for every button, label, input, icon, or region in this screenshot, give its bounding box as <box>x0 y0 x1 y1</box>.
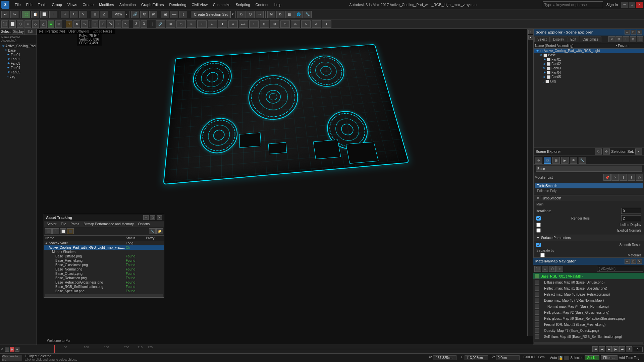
sub-btn7[interactable]: ● <box>48 20 54 28</box>
sub-move-btn[interactable]: ✛ <box>66 20 72 28</box>
menu-views[interactable]: Views <box>65 2 80 7</box>
tree-eye-2[interactable]: 👁 <box>7 53 10 56</box>
se-btn5[interactable]: ⬛ <box>637 36 643 42</box>
left-tree-item-leg[interactable]: ○Leg <box>1 74 36 79</box>
menu-animation[interactable]: Animation <box>117 2 139 7</box>
ts-isoline-checkbox[interactable] <box>536 223 541 227</box>
menu-rendering[interactable]: Rendering <box>167 2 189 7</box>
rotate-button[interactable]: ↻ <box>70 11 78 18</box>
at-menu-bitmap-perf[interactable]: Bitmap Performance and Memory <box>82 222 136 226</box>
modifier-turbosmooth[interactable]: TurboSmooth <box>535 183 643 188</box>
mn-items-body[interactable]: Base_RGB_001 ( VRayMtl )Diffuse map: Map… <box>533 273 644 341</box>
ts-iterations-input[interactable] <box>621 208 641 214</box>
tab-display[interactable]: Display <box>12 29 25 35</box>
se-item-fan02[interactable]: 👁⬜Fan02 <box>534 62 644 66</box>
render-button[interactable]: ▦ <box>285 11 293 18</box>
angle-snap-button[interactable]: ∠ <box>100 11 108 18</box>
sub-angle-btn[interactable]: ∠ <box>99 20 106 28</box>
se-eye-6[interactable]: 👁 <box>543 75 546 79</box>
sub-btn-extra19[interactable]: ✦ <box>322 20 331 28</box>
sub-btn-extra10[interactable]: ⬇ <box>228 20 238 28</box>
next-frame-btn[interactable]: ▶ <box>612 346 619 352</box>
close-button[interactable]: ✕ <box>636 2 643 8</box>
sub-snap-btn[interactable]: ⊞ <box>92 20 98 28</box>
se-tab-select[interactable]: Select <box>534 37 550 42</box>
menu-modifiers[interactable]: Modifiers <box>96 2 117 7</box>
at-minimize-btn[interactable]: ─ <box>143 215 149 220</box>
viewport-mode[interactable]: [Perspective] <box>45 29 65 33</box>
se-btn3[interactable]: ↑ <box>623 36 629 42</box>
mp-mod-btn1[interactable]: 📌 <box>603 174 611 181</box>
mn-btn2[interactable]: ⊞ <box>542 266 548 272</box>
se-eye-0[interactable]: 👁 <box>536 49 539 53</box>
restore-button[interactable]: □ <box>629 2 635 8</box>
se-item-fan05[interactable]: 👁⬜Fan05 <box>534 75 644 79</box>
se-item-fan01[interactable]: 👁⬜Fan01 <box>534 57 644 62</box>
lock-icon[interactable]: 🔒 <box>558 356 563 360</box>
at-btn3[interactable]: ⬜ <box>60 228 66 234</box>
menu-civil-view[interactable]: Civil View <box>189 2 210 7</box>
at-item-4[interactable]: Base_Fresnel.pngFound <box>44 258 164 263</box>
mp-create-btn[interactable]: ✛ <box>535 157 542 164</box>
scene-tree[interactable]: 👁Active_Cooling_Pad👁Base👁Fan01👁Fan02👁Fan… <box>0 43 37 345</box>
mn-item-5[interactable]: Normal map: Map #4 (Base_Normal.png) <box>533 303 644 309</box>
at-restore-btn[interactable]: □ <box>150 215 155 220</box>
select-by-name-button[interactable]: 📋 <box>31 11 39 18</box>
at-item-9[interactable]: Base_RefractionGlossiness.pngFound <box>44 280 164 285</box>
object-name-input[interactable] <box>536 166 642 172</box>
left-tree-item-base[interactable]: 👁Base <box>1 48 36 53</box>
mn-item-2[interactable]: Reflect map: Map #1 (Base_Specular.png) <box>533 285 644 291</box>
rectangle-select-button[interactable]: ⬜ <box>40 11 48 18</box>
sub-btn-extra11[interactable]: ⟷ <box>239 20 248 28</box>
se-eye-5[interactable]: 👁 <box>543 71 546 74</box>
se-btn1[interactable]: ✕ <box>608 36 615 42</box>
sub-btn2[interactable]: ⬜ <box>9 20 16 28</box>
se-btn2[interactable]: ⊟ <box>615 36 622 42</box>
sub-btn-extra16[interactable]: ⊛ <box>291 20 300 28</box>
left-tree-item-fan02[interactable]: 👁Fan02 <box>1 57 36 61</box>
se-item-active-cooling-pad-with-rgb-light[interactable]: 👁⬡Active_Cooling_Pad_with_RGB_Light <box>534 49 644 53</box>
mp-display-btn[interactable]: 👁 <box>570 157 577 164</box>
tree-eye-1[interactable]: 👁 <box>5 49 7 52</box>
sub-btn5[interactable]: ◇ <box>32 20 39 28</box>
se-close-btn[interactable]: ✕ <box>637 30 642 35</box>
tree-eye-7[interactable]: ○ <box>7 75 9 78</box>
mn-item-7[interactable]: Refr. gloss.: Map #9 (Base_RefractionGlo… <box>533 315 644 321</box>
sub-btn-extra9[interactable]: ⬆ <box>218 20 227 28</box>
ts-explicit-checkbox[interactable] <box>536 228 541 233</box>
menu-scripting[interactable]: Scripting <box>233 2 253 7</box>
viewport-plus[interactable]: [+] <box>39 29 43 33</box>
mp-hierarchy-btn[interactable]: ⊞ <box>552 157 560 164</box>
undo-button[interactable]: ↩ <box>1 11 9 18</box>
sub-btn-extra18[interactable]: A <box>312 20 321 28</box>
sub-btn-extra3[interactable]: 🔗 <box>156 20 165 28</box>
mn-minimize-btn[interactable]: ─ <box>625 259 630 264</box>
menu-tools[interactable]: Tools <box>35 2 49 7</box>
menu-customize[interactable]: Customize <box>210 2 233 7</box>
at-item-2[interactable]: Maps / Shaders <box>44 250 164 254</box>
viewport[interactable]: [+] [Perspective] [User Defined] [Edged … <box>37 29 533 345</box>
sub-btn1[interactable]: ⬛ <box>1 20 8 28</box>
go-start-btn[interactable]: ⏮ <box>592 346 598 352</box>
sub-btn-extra14[interactable]: ⊠ <box>270 20 279 28</box>
sub-spinner-btn[interactable]: ↕ <box>115 20 121 28</box>
sub-btn-extra13[interactable]: ⊟ <box>260 20 269 28</box>
ts-smooth-result-checkbox[interactable] <box>536 243 541 247</box>
left-tree-item-fan04[interactable]: 👁Fan04 <box>1 66 36 70</box>
mp-mod-btn4[interactable]: ⬇ <box>628 174 635 181</box>
curve-editor[interactable]: 〜 <box>256 11 264 18</box>
mn-restore-btn[interactable]: □ <box>631 259 636 264</box>
tree-eye-3[interactable]: 👁 <box>7 58 10 61</box>
filters-btn[interactable]: Filters... <box>601 355 618 360</box>
mn-item-10[interactable]: Self-illum: Map #8 (Base_RGB_SelfIllumin… <box>533 334 644 340</box>
at-item-7[interactable]: Base_Opacity.pngFound <box>44 272 164 276</box>
selected-mode-btn[interactable] <box>565 356 569 360</box>
sub-btn-extra5[interactable]: ⬡ <box>176 20 186 28</box>
timeline-track[interactable]: 50 100 150 200 210 220 <box>54 345 591 353</box>
at-btn5[interactable]: 🔧 <box>149 228 156 234</box>
se-layer-btn[interactable]: ⧉ <box>595 148 602 155</box>
se-item-fan04[interactable]: 👁⬜Fan04 <box>534 70 644 75</box>
prev-frame-btn[interactable]: ◀ <box>599 346 605 352</box>
mn-close-btn[interactable]: ✕ <box>637 259 642 264</box>
sub-btn-extra2[interactable]: 3 <box>141 20 147 28</box>
